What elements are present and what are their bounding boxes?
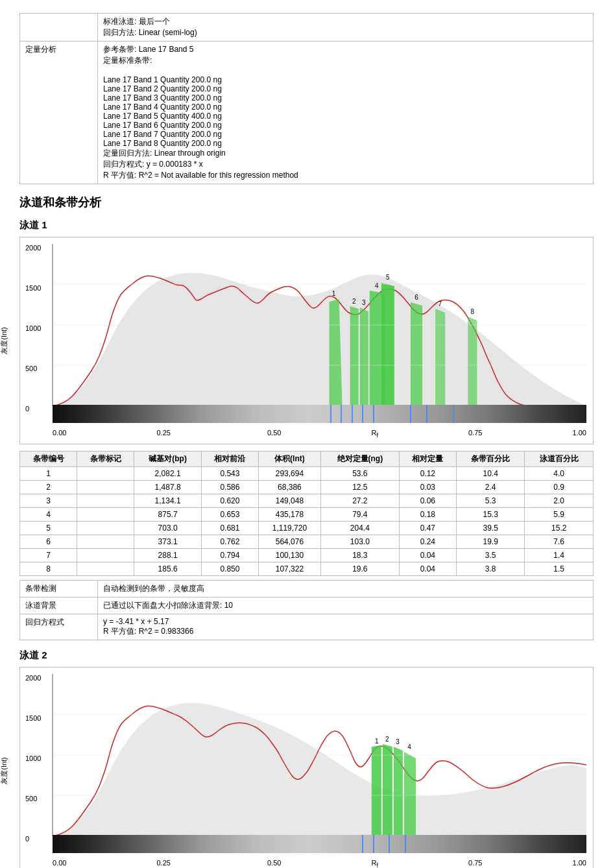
bottom-content-bg: 已通过以下面盘大小扣除泳道背景: 10 <box>98 597 594 614</box>
svg-text:8: 8 <box>471 308 475 315</box>
col-header-band-num: 条带编号 <box>20 452 77 467</box>
lane1-data-table: 条带编号 条带标记 碱基对(bp) 相对前沿 体积(Int) 绝对定量(ng) … <box>19 451 594 576</box>
table-row: 5703.00.6811,119,720204.40.4739.515.2 <box>20 522 594 535</box>
bottom-label-bg: 泳道背景 <box>20 597 98 614</box>
col-header-bp: 碱基对(bp) <box>134 452 202 467</box>
col-header-band-mark: 条带标记 <box>77 452 134 467</box>
lane1-y-label: 灰度(Int) <box>0 327 9 354</box>
header-content-2: 参考条带: Lane 17 Band 5 定量标准条带: Lane 17 Ban… <box>98 42 594 184</box>
bottom-content-regression: y = -3.41 * x + 5.17 R 平方值: R^2 = 0.9833… <box>98 614 594 640</box>
lane1-title: 泳道 1 <box>19 219 594 232</box>
svg-text:4: 4 <box>407 743 411 751</box>
svg-text:1: 1 <box>332 290 336 297</box>
col-header-rel-qty: 相对定量 <box>399 452 456 467</box>
lane2-chart-svg: 1 2 3 4 <box>53 674 586 843</box>
svg-text:5: 5 <box>386 274 390 281</box>
header-info-table: 标准泳道: 最后一个 回归方法: Linear (semi-log) 定量分析 … <box>19 13 594 184</box>
col-header-band-pct: 条带百分比 <box>456 452 524 467</box>
bottom-label-detection: 条带检测 <box>20 581 98 597</box>
lane1-chart-svg: 1 2 3 4 5 6 7 8 <box>53 244 586 413</box>
lane1-y-ticks: 2000 1500 1000 500 0 <box>25 244 41 413</box>
table-row: 12,082.10.543293,69453.60.1210.44.0 <box>20 467 594 481</box>
lane1-chart: 灰度(Int) 2000 1500 1000 500 0 <box>19 237 594 444</box>
lane1-bottom-info: 条带检测 自动检测到的条带，灵敏度高 泳道背景 已通过以下面盘大小扣除泳道背景:… <box>19 580 594 640</box>
table-row: 21,487.80.58668,38612.50.032.40.9 <box>20 481 594 494</box>
section-title: 泳道和条带分析 <box>19 195 594 210</box>
table-row: 4875.70.653435,17879.40.1815.35.9 <box>20 508 594 522</box>
lane2-x-labels: 0.00 0.25 0.50 Rf 0.75 1.00 <box>53 859 586 868</box>
header-label-2: 定量分析 <box>20 42 98 184</box>
table-row: 7288.10.794100,13018.30.043.51.4 <box>20 549 594 562</box>
lane2-y-ticks: 2000 1500 1000 500 0 <box>25 674 41 843</box>
table-row: 6373.10.762564,076103.00.2419.97.6 <box>20 535 594 549</box>
col-header-rf: 相对前沿 <box>201 452 258 467</box>
table-row: 8185.60.850107,32219.60.043.81.5 <box>20 562 594 576</box>
svg-text:3: 3 <box>362 299 366 306</box>
col-header-lane-pct: 泳道百分比 <box>525 452 594 467</box>
lane2-y-label: 灰度(Int) <box>0 757 9 784</box>
header-label-1 <box>20 14 98 42</box>
lane2-title: 泳道 2 <box>19 649 594 662</box>
svg-text:2: 2 <box>385 736 389 743</box>
svg-text:3: 3 <box>396 738 400 745</box>
lane1-x-labels: 0.00 0.25 0.50 Rf 0.75 1.00 <box>53 429 586 439</box>
table-row: 31,134.10.620149,04827.20.065.32.0 <box>20 494 594 508</box>
bottom-label-regression: 回归方程式 <box>20 614 98 640</box>
bottom-content-detection: 自动检测到的条带，灵敏度高 <box>98 581 594 597</box>
lane2-gel-strip <box>53 835 586 853</box>
svg-text:2: 2 <box>352 298 356 305</box>
col-header-abs-qty: 绝对定量(ng) <box>320 452 399 467</box>
svg-text:7: 7 <box>438 300 442 307</box>
svg-text:1: 1 <box>375 738 379 745</box>
svg-text:6: 6 <box>415 294 418 301</box>
lane2-chart: 灰度(Int) 2000 1500 1000 500 0 1 2 3 4 <box>19 667 594 868</box>
col-header-volume: 体积(Int) <box>258 452 320 467</box>
header-content-1: 标准泳道: 最后一个 回归方法: Linear (semi-log) <box>98 14 594 42</box>
lane1-gel-strip <box>53 405 586 423</box>
svg-text:4: 4 <box>375 282 379 289</box>
